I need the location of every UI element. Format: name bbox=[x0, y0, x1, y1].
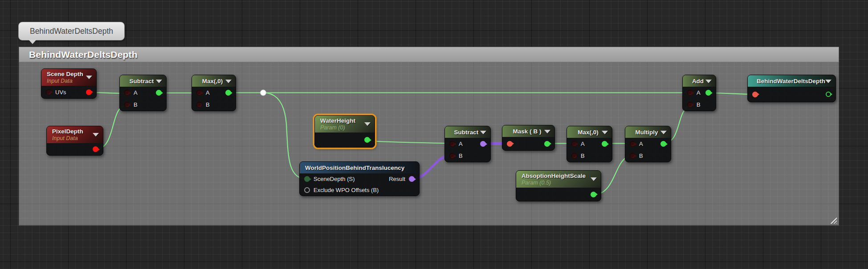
node-subtract-1[interactable]: Subtract A B bbox=[119, 75, 167, 111]
pin-input[interactable] bbox=[752, 92, 758, 97]
node-water-height[interactable]: WaterHeight Param (0) bbox=[314, 115, 375, 148]
comment-bubble-label: BehindWaterDeltsDepth bbox=[30, 27, 113, 36]
pin-output[interactable] bbox=[544, 141, 550, 147]
pin-label: B bbox=[206, 101, 210, 108]
pin-output-result[interactable] bbox=[409, 176, 415, 182]
pin-label: Result bbox=[389, 176, 405, 182]
node-title: Subtract bbox=[454, 129, 479, 136]
pin-output[interactable] bbox=[826, 92, 831, 97]
pin-output[interactable] bbox=[480, 141, 486, 147]
node-scene-depth[interactable]: Scene Depth Input Data UVs bbox=[41, 68, 97, 99]
dropdown-arrow-icon[interactable] bbox=[544, 130, 550, 133]
node-absorption-height-scale[interactable]: AbsoptionHeightScale Param (0.5) bbox=[516, 170, 601, 201]
pin-label: B bbox=[581, 153, 585, 159]
node-subtract-2[interactable]: Subtract A B bbox=[444, 126, 491, 162]
pin-label: A bbox=[459, 141, 463, 147]
pin-input-b[interactable] bbox=[449, 153, 455, 159]
node-title: Mask ( B ) bbox=[513, 128, 542, 135]
pin-input-b[interactable] bbox=[687, 102, 693, 108]
node-title: Multiply bbox=[636, 129, 658, 136]
node-title: Add bbox=[692, 78, 704, 84]
pin-output[interactable] bbox=[591, 192, 596, 197]
node-behind-water-delts-depth-output[interactable]: BehindWaterDeltsDepth bbox=[747, 75, 836, 102]
pin-input-a[interactable] bbox=[196, 90, 202, 96]
pin-input-b[interactable] bbox=[630, 153, 636, 159]
pin-output[interactable] bbox=[225, 90, 231, 96]
pin-input-b[interactable] bbox=[196, 102, 202, 108]
node-multiply[interactable]: Multiply A B bbox=[625, 126, 671, 162]
pin-output[interactable] bbox=[705, 90, 711, 96]
node-world-position-behind-translucency[interactable]: WorldPositionBehindTranslucency SceneDep… bbox=[299, 161, 420, 196]
node-title: Scene Depth bbox=[47, 71, 85, 77]
dropdown-arrow-icon[interactable] bbox=[660, 131, 667, 134]
pin-output[interactable] bbox=[364, 137, 370, 143]
node-pixel-depth[interactable]: PixelDepth Input Data bbox=[46, 126, 103, 156]
pin-label: A bbox=[639, 141, 643, 147]
pin-output[interactable] bbox=[86, 89, 92, 95]
pin-label: A bbox=[581, 141, 585, 147]
pin-input-a[interactable] bbox=[630, 141, 636, 147]
pin-label: Exclude WPO Offsets (B) bbox=[314, 187, 379, 193]
pin-input-a[interactable] bbox=[687, 90, 693, 96]
node-title: WorldPositionBehindTranslucency bbox=[305, 165, 404, 171]
pin-output[interactable] bbox=[660, 141, 666, 147]
dropdown-arrow-icon[interactable] bbox=[705, 80, 712, 83]
pin-input-a[interactable] bbox=[571, 141, 577, 147]
node-title: WaterHeight bbox=[320, 117, 363, 124]
pin-label: A bbox=[206, 89, 210, 96]
node-title: BehindWaterDeltsDepth bbox=[757, 78, 825, 84]
node-title: Max(,0) bbox=[202, 78, 223, 84]
node-title: PixelDepth bbox=[52, 128, 91, 135]
dropdown-arrow-icon[interactable] bbox=[591, 177, 597, 181]
pin-label: A bbox=[697, 89, 701, 96]
dropdown-arrow-icon[interactable] bbox=[825, 80, 831, 83]
dropdown-arrow-icon[interactable] bbox=[93, 133, 99, 137]
dropdown-arrow-icon[interactable] bbox=[225, 80, 232, 83]
pin-label: UVs bbox=[55, 89, 66, 96]
pin-input-b[interactable] bbox=[571, 153, 577, 159]
node-max-1[interactable]: Max(,0) A B bbox=[192, 75, 236, 111]
node-title: Subtract bbox=[130, 78, 154, 84]
node-title: Max(,0) bbox=[578, 129, 599, 136]
pin-input-uvs[interactable] bbox=[46, 89, 52, 95]
comment-title: BehindWaterDeltsDepth bbox=[29, 49, 138, 60]
dropdown-arrow-icon[interactable] bbox=[156, 80, 162, 83]
node-add[interactable]: Add A B bbox=[682, 75, 716, 111]
graph-canvas[interactable]: BehindWaterDeltsDepth BehindWaterDeltsDe… bbox=[0, 0, 868, 269]
node-subtitle: Input Data bbox=[52, 135, 91, 141]
node-max-2[interactable]: Max(,0) A B bbox=[566, 126, 612, 162]
node-mask-b[interactable]: Mask ( B ) bbox=[502, 125, 555, 151]
comment-bubble-tab[interactable]: BehindWaterDeltsDepth bbox=[18, 22, 125, 40]
pin-input-b[interactable] bbox=[124, 102, 130, 108]
dropdown-arrow-icon[interactable] bbox=[602, 131, 608, 134]
comment-header[interactable]: BehindWaterDeltsDepth bbox=[19, 47, 839, 62]
pin-label: B bbox=[639, 153, 643, 159]
dropdown-arrow-icon[interactable] bbox=[364, 122, 371, 126]
pin-output[interactable] bbox=[156, 90, 162, 96]
pin-output[interactable] bbox=[602, 141, 607, 147]
pin-input-exclude-wpo[interactable] bbox=[304, 187, 310, 193]
pin-label: B bbox=[459, 153, 463, 159]
pin-label: B bbox=[697, 101, 701, 108]
dropdown-arrow-icon[interactable] bbox=[480, 131, 486, 134]
pin-input-scenedepth[interactable] bbox=[304, 176, 310, 182]
pin-label: B bbox=[134, 101, 138, 108]
pin-label: A bbox=[134, 89, 138, 96]
comment-resize-handle-icon[interactable] bbox=[829, 217, 837, 224]
pin-input[interactable] bbox=[507, 141, 513, 147]
node-subtitle: Param (0.5) bbox=[522, 180, 589, 186]
pin-label: SceneDepth (S) bbox=[314, 176, 355, 182]
dropdown-arrow-icon[interactable] bbox=[86, 76, 92, 79]
pin-input-a[interactable] bbox=[124, 90, 130, 96]
node-subtitle: Param (0) bbox=[320, 124, 363, 131]
pin-output[interactable] bbox=[93, 146, 98, 152]
pin-input-a[interactable] bbox=[449, 141, 455, 147]
node-title: AbsoptionHeightScale bbox=[522, 173, 589, 179]
node-subtitle: Input Data bbox=[47, 78, 85, 84]
